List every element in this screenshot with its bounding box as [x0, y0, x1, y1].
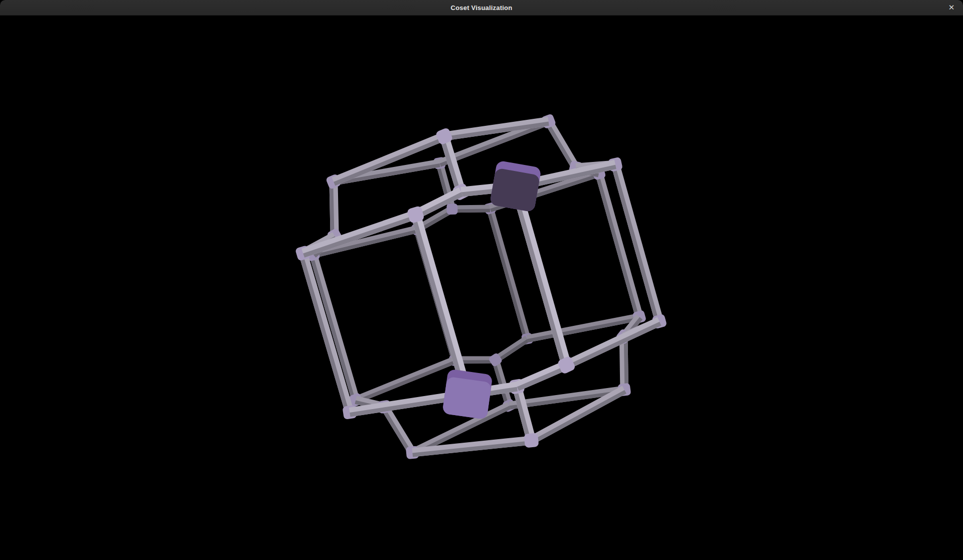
viewport-background — [0, 0, 963, 560]
vertex-connector — [524, 433, 539, 448]
app-window: Coset Visualization ✕ — [0, 0, 963, 560]
vertex-connector — [446, 204, 457, 215]
window-title: Coset Visualization — [451, 4, 513, 12]
titlebar: Coset Visualization ✕ — [0, 0, 963, 16]
highlighted-coset-node-upper[interactable] — [490, 160, 542, 213]
edge-beam — [452, 209, 490, 211]
close-icon[interactable]: ✕ — [945, 1, 958, 14]
highlighted-coset-node-lower[interactable] — [442, 369, 493, 420]
render-viewport — [0, 0, 963, 560]
coset-graph-canvas[interactable] — [0, 0, 963, 560]
edge-beam — [331, 181, 335, 236]
edge-beam — [623, 336, 626, 390]
